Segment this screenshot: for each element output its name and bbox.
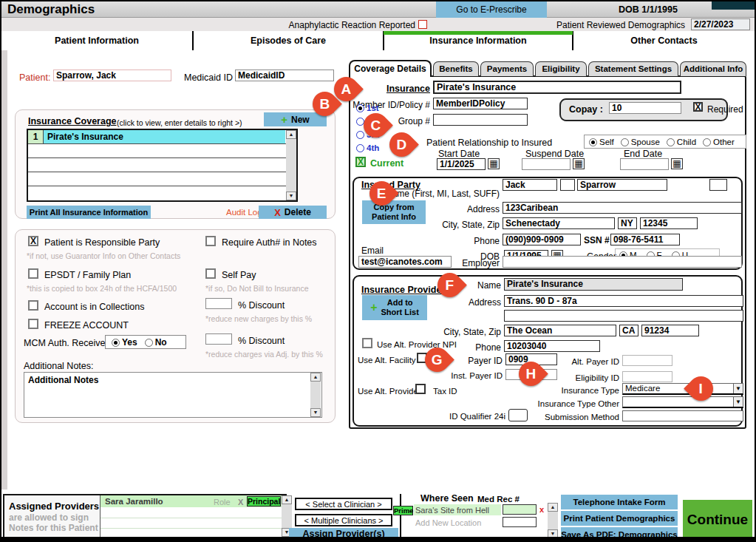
alt-payer-id-field[interactable] <box>622 355 672 366</box>
provider-state-field[interactable]: CA <box>619 325 638 336</box>
group-number-field[interactable] <box>433 114 528 126</box>
prime-badge[interactable]: Prime <box>393 506 413 515</box>
current-checkbox[interactable]: X <box>355 157 366 167</box>
insured-last-name-field[interactable]: Sparrow <box>577 179 667 191</box>
med-rec-field-empty[interactable] <box>503 517 537 527</box>
tab-eligibility[interactable]: Eligibility <box>535 61 587 76</box>
insured-phone-field[interactable]: (090)909-0909 <box>503 234 581 245</box>
anaphylactic-checkbox[interactable] <box>418 20 427 29</box>
provider-address-field[interactable]: Trans. 90 D - 87a <box>504 295 743 307</box>
new-insurance-button[interactable]: + New <box>264 112 327 126</box>
telephone-intake-button[interactable]: Telephone Intake Form <box>561 495 678 509</box>
insured-city-field[interactable]: Schenectady <box>503 217 615 229</box>
tab-statement-settings[interactable]: Statement Settings <box>588 61 678 76</box>
medicaid-id-field[interactable]: MedicaidID <box>235 70 334 81</box>
submission-method-field[interactable] <box>622 410 743 421</box>
discount2-field[interactable] <box>205 333 232 345</box>
add-new-location[interactable]: Add New Location <box>415 518 481 527</box>
insurance-type-dropdown[interactable]: Medicare ▼ <box>622 383 743 395</box>
provider-zip-field[interactable]: 91234 <box>641 325 699 336</box>
tab-episodes-of-care[interactable]: Episodes of Care <box>194 31 383 50</box>
relationship-other-radio[interactable]: Other <box>703 138 735 146</box>
print-all-insurance-button[interactable]: Print All Insurance Information <box>27 206 151 219</box>
insured-zip-field[interactable]: 12345 <box>640 217 698 229</box>
coverage-scrollbar[interactable] <box>286 130 296 200</box>
epsdt-checkbox[interactable] <box>28 268 38 279</box>
calendar-icon[interactable]: ▦ <box>488 158 500 169</box>
priority-1st-radio[interactable]: 1st <box>356 101 379 114</box>
scroll-up-icon[interactable]: ▲ <box>286 130 296 139</box>
relationship-self-radio[interactable]: Self <box>589 138 614 146</box>
patient-name-field[interactable]: Sparrow, Jack <box>53 70 171 81</box>
freeze-account-checkbox[interactable] <box>28 319 38 329</box>
provider-name-field[interactable]: Pirate's Insurance <box>504 278 683 291</box>
tab-patient-information[interactable]: Patient Information <box>1 31 192 50</box>
insurance-type-other-dropdown[interactable]: ▼ <box>622 396 743 408</box>
delete-insurance-button[interactable]: X Delete <box>259 206 327 219</box>
insured-mi-field[interactable] <box>560 179 575 191</box>
mcm-yes-radio[interactable]: Yes <box>112 337 137 348</box>
coverage-row-empty[interactable] <box>28 144 296 158</box>
insured-address-field[interactable]: 123Caribean <box>503 202 742 214</box>
copay-field[interactable]: 10 <box>609 102 681 114</box>
select-clinician-button[interactable]: < Select a Clinician > <box>295 498 392 510</box>
scroll-down-icon[interactable]: ▼ <box>310 408 321 417</box>
member-id-field[interactable]: MemberIDPolicy <box>433 98 528 109</box>
ssn-field[interactable]: 098-76-5411 <box>610 234 680 245</box>
id-qualifier-field[interactable] <box>508 409 528 421</box>
suspend-date-field[interactable] <box>522 158 571 170</box>
insurance-field[interactable]: Pirate's Insurance <box>433 81 681 94</box>
provider-address2-field[interactable] <box>504 310 743 322</box>
audit-log-link[interactable]: Audit Log <box>226 208 262 217</box>
discount1-field[interactable] <box>205 298 232 309</box>
insured-state-field[interactable]: NY <box>618 217 637 229</box>
multiple-clinicians-button[interactable]: < Multiple Clinicians > <box>295 514 392 526</box>
tab-payments[interactable]: Payments <box>480 61 534 76</box>
start-date-field[interactable]: 1/1/2025 <box>437 158 486 170</box>
med-rec-field[interactable] <box>503 504 537 515</box>
reviewed-date-field[interactable]: 2/27/2023 <box>691 18 750 30</box>
coverage-row[interactable]: 1 Pirate's Insurance <box>28 130 296 144</box>
additional-notes-textarea[interactable]: Additional Notes <box>24 372 322 418</box>
employer-field[interactable] <box>503 256 742 268</box>
remove-location-x[interactable]: x <box>539 505 544 514</box>
principal-badge[interactable]: Principal <box>247 496 281 507</box>
tab-additional-info[interactable]: Additional Info <box>680 61 746 76</box>
collections-checkbox[interactable] <box>28 300 38 311</box>
calendar-icon[interactable]: ▦ <box>671 158 683 169</box>
eprescribe-button[interactable]: Go to E-Prescribe <box>436 1 547 18</box>
scroll-up-icon[interactable]: ▲ <box>310 373 321 382</box>
page-title: Demographics <box>7 2 95 17</box>
ssn-label: SSN # <box>584 235 610 245</box>
insured-suffix-field[interactable] <box>709 179 727 191</box>
insured-first-name-field[interactable]: Jack <box>503 179 557 191</box>
coverage-row-empty[interactable] <box>28 158 296 172</box>
use-alt-provider-checkbox[interactable] <box>415 384 426 394</box>
tab-coverage-details[interactable]: Coverage Details <box>349 60 432 77</box>
tab-benefits[interactable]: Benefits <box>433 61 479 76</box>
coverage-row-empty[interactable] <box>28 186 296 200</box>
relationship-spouse-radio[interactable]: Spouse <box>621 138 660 146</box>
end-date-field[interactable] <box>620 158 669 170</box>
priority-4th-radio[interactable]: 4th <box>356 140 379 154</box>
mcm-no-radio[interactable]: No <box>145 337 167 348</box>
scroll-down-icon[interactable]: ▼ <box>286 192 296 200</box>
relationship-child-radio[interactable]: Child <box>667 138 696 146</box>
self-pay-checkbox[interactable] <box>205 268 216 279</box>
require-auth-checkbox[interactable] <box>205 236 216 246</box>
responsible-party-checkbox[interactable]: X <box>28 236 38 246</box>
tab-other-contacts[interactable]: Other Contacts <box>573 31 755 50</box>
calendar-icon[interactable]: ▦ <box>573 158 585 169</box>
provider-city-field[interactable]: The Ocean <box>504 325 616 336</box>
print-demographics-button[interactable]: Print Patient Demographics <box>561 511 678 526</box>
scroll-up-icon[interactable]: ▲ <box>282 495 292 504</box>
provider-row-x[interactable]: X <box>238 498 243 507</box>
copay-required-checkbox[interactable]: X <box>693 102 703 112</box>
scroll-up-icon[interactable]: ▲ <box>548 503 558 512</box>
where-seen-row[interactable]: Sara's Site from Hell <box>414 504 501 515</box>
eligibility-id-field[interactable] <box>622 371 672 382</box>
provider-phone-field[interactable]: 10203040 <box>504 340 600 352</box>
continue-button[interactable]: Continue <box>683 500 752 540</box>
coverage-row-empty[interactable] <box>28 172 296 186</box>
use-alt-provider-npi-checkbox[interactable] <box>362 338 372 348</box>
